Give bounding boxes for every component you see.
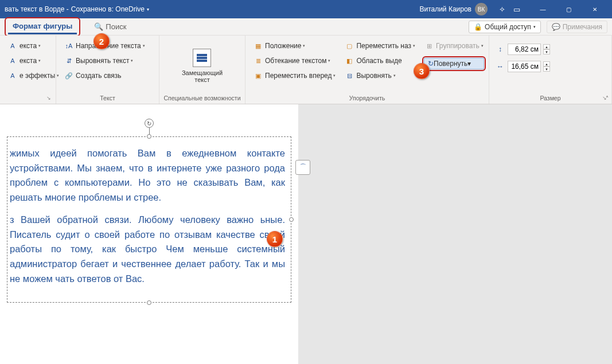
letter-outline-icon: A [8,56,17,65]
cmd-create-link[interactable]: 🔗Создать связь [62,70,147,81]
send-backward-icon: ▢ [345,41,354,50]
callout-badge-3: 3 [414,63,430,79]
chevron-down-icon: ▾ [147,7,149,12]
letter-icon: A [8,41,17,50]
group-icon: ⊞ [424,41,434,50]
letter-effects-icon: A [8,71,17,80]
cmd-send-backward[interactable]: ▢Переместить наз▾ [342,40,418,52]
width-icon: ↔ [495,62,505,71]
dialog-launcher-icon[interactable]: ↘ [46,95,51,101]
user-name[interactable]: Виталий Каиров [419,5,471,13]
text-box-selected[interactable]: ↻ ⌒ жимых идеей помогать Вам в ежедневно… [7,136,291,303]
ribbon-group-accessibility: Замещающий текст Специальные возможности [159,36,245,104]
document-background [298,104,612,364]
resize-handle-top[interactable] [147,134,151,139]
cmd-position[interactable]: ▦Положение▾ [251,40,338,52]
rotate-handle[interactable]: ↻ [145,119,154,128]
maximize-button[interactable]: ▢ [556,0,582,18]
save-location[interactable]: Сохранено в: OneDrive ▾ [71,5,149,13]
document-page[interactable]: ↻ ⌒ жимых идеей помогать Вам в ежедневно… [0,104,298,364]
position-icon: ▦ [254,41,263,50]
ribbon-tabs-row: Формат фигуры 🔍 Поиск 🔒 Общий доступ ▾ 💬… [0,18,612,36]
height-spin-up[interactable]: ▲ [543,44,550,49]
document-area: ↻ ⌒ жимых идеей помогать Вам в ежедневно… [0,104,612,364]
paragraph-2[interactable]: з Вашей обратной связи. Любому человеку … [10,213,285,286]
minimize-button[interactable]: — [530,0,556,18]
width-field-row: ↔ ▲▼ [495,61,550,72]
text-direction-icon: ↕A [64,41,73,50]
close-button[interactable]: ✕ [582,0,607,18]
align-icon: ⊟ [345,71,354,80]
share-icon: 🔒 [474,23,482,31]
resize-handle-right[interactable] [289,217,294,222]
cmd-rotate[interactable]: ↻ Повернуть ▾ [424,58,484,69]
tab-format-shape[interactable]: Формат фигуры [8,19,77,34]
search-box[interactable]: 🔍 Поиск [94,22,126,31]
width-input[interactable] [508,61,541,72]
ribbon-display-icon[interactable]: ▭ [510,3,523,15]
document-title: вать текст в Ворде - [5,5,69,13]
cmd-bring-forward[interactable]: ▣Переместить вперед▾ [251,70,338,81]
sparkle-icon[interactable]: ✧ [496,3,508,15]
ribbon-group-styles: Aекста▾ Aекста▾ Aе эффекты▾ ↘ [0,36,56,104]
search-icon: 🔍 [94,22,103,31]
comment-icon: 💬 [552,23,560,31]
align-text-icon: ⇵ [64,56,73,65]
height-icon: ↕ [495,45,505,53]
link-icon: 🔗 [64,71,73,80]
group-label-text: Текст [100,95,115,101]
avatar[interactable]: ВК [475,3,488,15]
width-spin-down[interactable]: ▼ [543,66,550,72]
chevron-down-icon: ▾ [533,25,536,29]
alt-text-icon [193,49,211,67]
group-label-size: Размер [540,95,560,101]
bring-forward-icon: ▣ [254,71,263,80]
cmd-selection-pane[interactable]: ◧Область выде [342,55,418,66]
ribbon-group-size: ↕ ▲▼ ↔ ▲▼ Размер↘ [489,36,612,104]
highlight-format-shape: Формат фигуры [5,17,80,37]
width-spin-up[interactable]: ▲ [543,61,550,66]
paragraph-1[interactable]: жимых идеей помогать Вам в ежедневном ко… [10,146,285,205]
callout-badge-2: 2 [93,33,110,49]
cmd-group: ⊞Группировать▾ [422,40,486,52]
rotate-icon: ↻ [428,60,434,68]
cmd-alt-text[interactable]: Замещающий текст [176,38,228,93]
selection-pane-icon: ◧ [345,56,354,65]
cmd-text-suffix[interactable]: Aекста▾ [6,40,61,52]
cmd-text-suffix-2[interactable]: Aекста▾ [6,55,61,66]
height-spin-down[interactable]: ▼ [543,49,550,54]
cmd-align[interactable]: ⊟Выровнять▾ [342,70,418,81]
highlight-rotate: ↻ Повернуть ▾ [422,56,486,71]
wrap-text-icon: ≣ [254,56,263,65]
resize-handle-bottom[interactable] [147,300,151,305]
height-input[interactable] [508,44,541,55]
collapse-ribbon-button[interactable]: ˄ [606,95,609,101]
title-bar: вать текст в Ворде - Сохранено в: OneDri… [0,0,612,18]
cmd-align-text[interactable]: ⇵Выровнять текст▾ [62,55,147,66]
group-label-arrange: Упорядочить [349,95,385,101]
callout-badge-1: 1 [267,231,283,247]
comments-button[interactable]: 💬 Примечания [547,21,607,33]
share-button[interactable]: 🔒 Общий доступ ▾ [469,21,541,33]
ribbon-group-arrange: ▦Положение▾ ≣Обтекание текстом▾ ▣Перемес… [245,36,489,104]
cmd-wrap-text[interactable]: ≣Обтекание текстом▾ [251,55,338,66]
height-field-row: ↕ ▲▼ [495,44,550,55]
layout-options-button[interactable]: ⌒ [295,160,310,175]
group-label-accessibility: Специальные возможности [163,95,240,101]
ribbon: Aекста▾ Aекста▾ Aе эффекты▾ ↘ ↕AНаправле… [0,36,612,104]
cmd-text-effects[interactable]: Aе эффекты▾ [6,70,61,81]
